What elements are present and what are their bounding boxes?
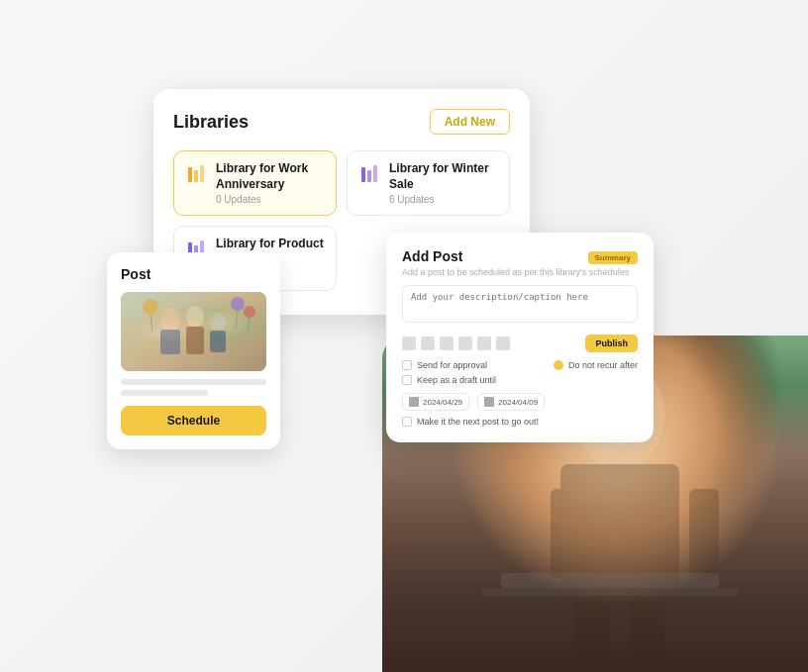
toolbar-icons: [402, 336, 510, 350]
modal-title: Add Post: [402, 248, 462, 264]
library-icon-work-anniversary: [186, 163, 208, 185]
next-post-label: Make it the next post to go out!: [417, 417, 539, 427]
media-icon[interactable]: [477, 336, 491, 350]
date-field-2[interactable]: 2024/04/09: [477, 393, 545, 411]
svg-point-26: [244, 306, 255, 318]
post-textarea[interactable]: [402, 285, 638, 323]
emoji-icon[interactable]: [458, 336, 472, 350]
library-updates-winter-sale: 6 Updates: [389, 194, 497, 205]
more-icon[interactable]: [496, 336, 510, 350]
libraries-header: Libraries Add New: [173, 109, 510, 135]
library-item-work-anniversary[interactable]: Library for Work Anniversary 0 Updates: [173, 150, 337, 216]
send-approval-checkbox[interactable]: [402, 360, 412, 370]
send-approval-label: Send for approval: [417, 360, 487, 370]
scene: Libraries Add New Library for Work Anniv…: [0, 0, 808, 672]
svg-point-18: [160, 308, 180, 332]
modal-title-row: Add Post Summary: [402, 248, 638, 267]
modal-option-row-2: Keep as a draft until: [402, 375, 638, 385]
svg-rect-9: [194, 170, 198, 182]
post-image-content: [121, 292, 266, 371]
post-text-lines: [121, 379, 266, 396]
keep-draft-checkbox[interactable]: [402, 375, 412, 385]
library-name-winter-sale: Library for Winter Sale: [389, 161, 497, 192]
svg-rect-8: [188, 167, 192, 182]
library-icon-winter-sale: [359, 163, 381, 185]
italic-icon[interactable]: [421, 336, 435, 350]
modal-toolbar: Publish: [402, 335, 638, 352]
calendar-icon-1: [409, 397, 419, 407]
modal-footer-option[interactable]: Make it the next post to go out!: [402, 417, 638, 427]
do-not-recur-option[interactable]: Do not recur after: [554, 360, 638, 370]
add-post-modal: Add Post Summary Add a post to be schedu…: [386, 233, 654, 442]
date-value-2: 2024/04/09: [498, 398, 538, 407]
svg-rect-11: [361, 167, 365, 182]
add-new-button[interactable]: Add New: [430, 109, 510, 135]
svg-rect-13: [373, 165, 377, 182]
do-not-recur-dot: [554, 360, 563, 370]
date-row: 2024/04/29 2024/04/09: [402, 393, 638, 411]
svg-point-20: [186, 306, 204, 328]
link-icon[interactable]: [440, 336, 454, 350]
modal-option-row-1: Send for approval Do not recur after: [402, 360, 638, 370]
post-card-title: Post: [121, 266, 266, 282]
post-image: [121, 292, 266, 371]
svg-rect-19: [160, 330, 180, 354]
library-info-work-anniversary: Library for Work Anniversary 0 Updates: [216, 161, 324, 205]
library-updates-work-anniversary: 0 Updates: [216, 194, 324, 205]
date-field-1[interactable]: 2024/04/29: [402, 393, 469, 411]
svg-rect-12: [367, 170, 371, 182]
svg-rect-10: [200, 165, 204, 182]
keep-draft-label: Keep as a draft until: [417, 375, 496, 385]
send-for-approval-option[interactable]: Send for approval: [402, 360, 487, 370]
library-info-winter-sale: Library for Winter Sale 6 Updates: [389, 161, 497, 205]
bold-icon[interactable]: [402, 336, 416, 350]
library-name-work-anniversary: Library for Work Anniversary: [216, 161, 324, 192]
next-post-checkbox[interactable]: [402, 417, 412, 427]
svg-rect-21: [186, 327, 204, 354]
do-not-recur-label: Do not recur after: [568, 360, 638, 370]
keep-draft-option[interactable]: Keep as a draft until: [402, 375, 496, 385]
svg-rect-6: [501, 573, 719, 588]
svg-point-22: [210, 312, 226, 332]
svg-point-25: [231, 297, 245, 311]
post-card: Post: [107, 252, 280, 449]
post-text-line-2: [121, 390, 208, 396]
svg-rect-7: [481, 588, 739, 596]
post-text-line-1: [121, 379, 266, 385]
svg-point-24: [143, 299, 158, 315]
svg-rect-23: [210, 331, 226, 352]
libraries-title: Libraries: [173, 112, 249, 133]
publish-button[interactable]: Publish: [585, 335, 638, 352]
library-item-winter-sale[interactable]: Library for Winter Sale 6 Updates: [347, 150, 510, 216]
library-badge: Summary: [588, 251, 638, 264]
modal-subtitle: Add a post to be scheduled as per this l…: [402, 267, 638, 277]
date-value-1: 2024/04/29: [423, 398, 462, 407]
modal-options: Send for approval Do not recur after Kee…: [402, 360, 638, 385]
schedule-button[interactable]: Schedule: [121, 406, 266, 435]
calendar-icon-2: [484, 397, 494, 407]
